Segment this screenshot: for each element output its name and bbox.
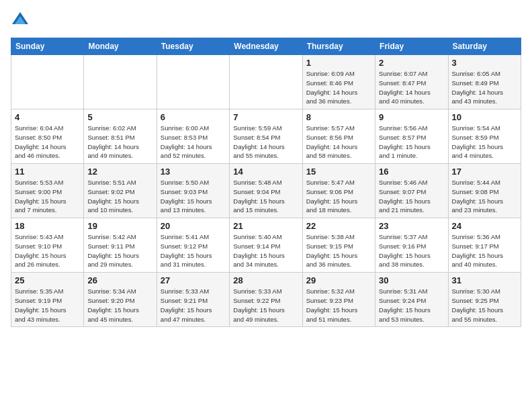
calendar-cell: 11Sunrise: 5:53 AM Sunset: 9:00 PM Dayli… — [11, 164, 84, 218]
day-number: 2 — [379, 58, 444, 68]
calendar-cell: 29Sunrise: 5:32 AM Sunset: 9:23 PM Dayli… — [302, 273, 375, 327]
day-number: 11 — [15, 167, 80, 177]
calendar-week-row: 11Sunrise: 5:53 AM Sunset: 9:00 PM Dayli… — [11, 164, 521, 218]
day-header-wednesday: Wednesday — [230, 38, 302, 55]
logo — [11, 11, 32, 30]
calendar-cell: 12Sunrise: 5:51 AM Sunset: 9:02 PM Dayli… — [84, 164, 157, 218]
calendar-header-row: SundayMondayTuesdayWednesdayThursdayFrid… — [11, 38, 521, 55]
day-info: Sunrise: 5:59 AM Sunset: 8:54 PM Dayligh… — [233, 124, 298, 161]
day-info: Sunrise: 5:54 AM Sunset: 8:59 PM Dayligh… — [452, 124, 517, 161]
day-number: 20 — [161, 221, 226, 231]
day-header-monday: Monday — [84, 38, 157, 55]
day-number: 8 — [306, 112, 371, 122]
day-info: Sunrise: 5:30 AM Sunset: 9:25 PM Dayligh… — [452, 287, 517, 324]
calendar-cell: 24Sunrise: 5:36 AM Sunset: 9:17 PM Dayli… — [448, 218, 521, 273]
day-number: 12 — [87, 167, 152, 177]
day-header-sunday: Sunday — [11, 38, 84, 55]
day-info: Sunrise: 5:36 AM Sunset: 9:17 PM Dayligh… — [452, 232, 517, 269]
day-number: 17 — [452, 167, 517, 177]
calendar-week-row: 18Sunrise: 5:43 AM Sunset: 9:10 PM Dayli… — [11, 218, 521, 273]
page-header — [11, 11, 521, 30]
calendar-cell: 27Sunrise: 5:33 AM Sunset: 9:21 PM Dayli… — [157, 273, 229, 327]
day-header-saturday: Saturday — [448, 38, 521, 55]
calendar-cell: 25Sunrise: 5:35 AM Sunset: 9:19 PM Dayli… — [11, 273, 84, 327]
calendar-cell: 22Sunrise: 5:38 AM Sunset: 9:15 PM Dayli… — [302, 218, 375, 273]
calendar-cell: 16Sunrise: 5:46 AM Sunset: 9:07 PM Dayli… — [375, 164, 448, 218]
day-number: 28 — [233, 275, 298, 285]
calendar-cell — [157, 55, 229, 109]
day-number: 6 — [161, 112, 226, 122]
day-number: 21 — [233, 221, 298, 231]
day-number: 19 — [87, 221, 152, 231]
day-info: Sunrise: 5:47 AM Sunset: 9:06 PM Dayligh… — [306, 178, 371, 215]
calendar-week-row: 4Sunrise: 6:04 AM Sunset: 8:50 PM Daylig… — [11, 109, 521, 164]
day-number: 29 — [306, 275, 371, 285]
calendar-cell: 18Sunrise: 5:43 AM Sunset: 9:10 PM Dayli… — [11, 218, 84, 273]
day-info: Sunrise: 5:46 AM Sunset: 9:07 PM Dayligh… — [379, 178, 444, 215]
day-info: Sunrise: 5:56 AM Sunset: 8:57 PM Dayligh… — [379, 124, 444, 161]
calendar-cell: 1Sunrise: 6:09 AM Sunset: 8:46 PM Daylig… — [302, 55, 375, 109]
day-number: 5 — [87, 112, 152, 122]
day-number: 15 — [306, 167, 371, 177]
calendar-cell: 31Sunrise: 5:30 AM Sunset: 9:25 PM Dayli… — [448, 273, 521, 327]
calendar-table: SundayMondayTuesdayWednesdayThursdayFrid… — [11, 38, 521, 327]
day-number: 3 — [452, 58, 517, 68]
calendar-cell: 5Sunrise: 6:02 AM Sunset: 8:51 PM Daylig… — [84, 109, 157, 164]
day-number: 27 — [161, 275, 226, 285]
calendar-cell: 17Sunrise: 5:44 AM Sunset: 9:08 PM Dayli… — [448, 164, 521, 218]
calendar-cell: 13Sunrise: 5:50 AM Sunset: 9:03 PM Dayli… — [157, 164, 229, 218]
day-info: Sunrise: 5:51 AM Sunset: 9:02 PM Dayligh… — [87, 178, 152, 215]
day-number: 31 — [452, 275, 517, 285]
day-info: Sunrise: 6:07 AM Sunset: 8:47 PM Dayligh… — [379, 69, 444, 106]
calendar-cell: 23Sunrise: 5:37 AM Sunset: 9:16 PM Dayli… — [375, 218, 448, 273]
day-info: Sunrise: 5:33 AM Sunset: 9:21 PM Dayligh… — [161, 287, 226, 324]
day-number: 1 — [306, 58, 371, 68]
calendar-cell: 15Sunrise: 5:47 AM Sunset: 9:06 PM Dayli… — [302, 164, 375, 218]
calendar-cell: 2Sunrise: 6:07 AM Sunset: 8:47 PM Daylig… — [375, 55, 448, 109]
calendar-week-row: 1Sunrise: 6:09 AM Sunset: 8:46 PM Daylig… — [11, 55, 521, 109]
calendar-cell: 3Sunrise: 6:05 AM Sunset: 8:49 PM Daylig… — [448, 55, 521, 109]
day-number: 25 — [15, 275, 80, 285]
day-number: 16 — [379, 167, 444, 177]
day-info: Sunrise: 5:53 AM Sunset: 9:00 PM Dayligh… — [15, 178, 80, 215]
day-info: Sunrise: 5:40 AM Sunset: 9:14 PM Dayligh… — [233, 232, 298, 269]
calendar-cell: 21Sunrise: 5:40 AM Sunset: 9:14 PM Dayli… — [230, 218, 302, 273]
day-info: Sunrise: 6:02 AM Sunset: 8:51 PM Dayligh… — [87, 124, 152, 161]
calendar-cell: 30Sunrise: 5:31 AM Sunset: 9:24 PM Dayli… — [375, 273, 448, 327]
day-info: Sunrise: 5:35 AM Sunset: 9:19 PM Dayligh… — [15, 287, 80, 324]
logo-icon — [11, 11, 30, 30]
calendar-cell — [230, 55, 302, 109]
day-info: Sunrise: 6:00 AM Sunset: 8:53 PM Dayligh… — [161, 124, 226, 161]
day-info: Sunrise: 5:42 AM Sunset: 9:11 PM Dayligh… — [87, 232, 152, 269]
calendar-cell: 19Sunrise: 5:42 AM Sunset: 9:11 PM Dayli… — [84, 218, 157, 273]
calendar-week-row: 25Sunrise: 5:35 AM Sunset: 9:19 PM Dayli… — [11, 273, 521, 327]
day-number: 14 — [233, 167, 298, 177]
day-number: 26 — [87, 275, 152, 285]
day-info: Sunrise: 5:57 AM Sunset: 8:56 PM Dayligh… — [306, 124, 371, 161]
calendar-cell: 14Sunrise: 5:48 AM Sunset: 9:04 PM Dayli… — [230, 164, 302, 218]
calendar-cell: 8Sunrise: 5:57 AM Sunset: 8:56 PM Daylig… — [302, 109, 375, 164]
day-info: Sunrise: 5:31 AM Sunset: 9:24 PM Dayligh… — [379, 287, 444, 324]
calendar-cell — [84, 55, 157, 109]
day-info: Sunrise: 5:32 AM Sunset: 9:23 PM Dayligh… — [306, 287, 371, 324]
day-info: Sunrise: 5:50 AM Sunset: 9:03 PM Dayligh… — [161, 178, 226, 215]
day-header-tuesday: Tuesday — [157, 38, 229, 55]
calendar-cell — [11, 55, 84, 109]
day-info: Sunrise: 5:43 AM Sunset: 9:10 PM Dayligh… — [15, 232, 80, 269]
day-info: Sunrise: 5:34 AM Sunset: 9:20 PM Dayligh… — [87, 287, 152, 324]
day-info: Sunrise: 5:33 AM Sunset: 9:22 PM Dayligh… — [233, 287, 298, 324]
day-info: Sunrise: 6:05 AM Sunset: 8:49 PM Dayligh… — [452, 69, 517, 106]
day-number: 7 — [233, 112, 298, 122]
day-header-thursday: Thursday — [302, 38, 375, 55]
day-info: Sunrise: 5:38 AM Sunset: 9:15 PM Dayligh… — [306, 232, 371, 269]
day-info: Sunrise: 5:44 AM Sunset: 9:08 PM Dayligh… — [452, 178, 517, 215]
calendar-cell: 26Sunrise: 5:34 AM Sunset: 9:20 PM Dayli… — [84, 273, 157, 327]
day-number: 9 — [379, 112, 444, 122]
day-number: 18 — [15, 221, 80, 231]
calendar-cell: 6Sunrise: 6:00 AM Sunset: 8:53 PM Daylig… — [157, 109, 229, 164]
calendar-cell: 20Sunrise: 5:41 AM Sunset: 9:12 PM Dayli… — [157, 218, 229, 273]
day-info: Sunrise: 6:09 AM Sunset: 8:46 PM Dayligh… — [306, 69, 371, 106]
day-number: 30 — [379, 275, 444, 285]
calendar-cell: 28Sunrise: 5:33 AM Sunset: 9:22 PM Dayli… — [230, 273, 302, 327]
day-info: Sunrise: 5:41 AM Sunset: 9:12 PM Dayligh… — [161, 232, 226, 269]
